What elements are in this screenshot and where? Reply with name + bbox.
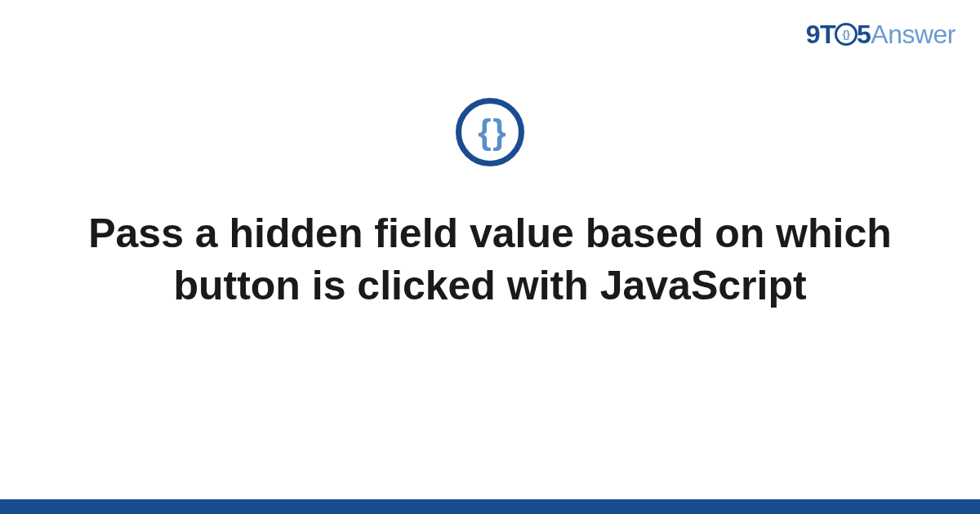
logo-circle-icon: {} (835, 23, 858, 46)
logo-text-9t: 9T (806, 20, 835, 49)
logo-circle-braces: {} (842, 28, 849, 40)
main-content: { } Pass a hidden field value based on w… (0, 98, 980, 312)
logo-text-5: 5 (857, 20, 871, 49)
code-braces-icon: { } (478, 113, 501, 152)
category-icon-circle: { } (456, 98, 524, 166)
logo-text-answer: Answer (871, 20, 956, 49)
question-title: Pass a hidden field value based on which… (82, 207, 898, 312)
site-logo: 9T{}5Answer (806, 20, 956, 50)
footer-bar (0, 499, 980, 514)
